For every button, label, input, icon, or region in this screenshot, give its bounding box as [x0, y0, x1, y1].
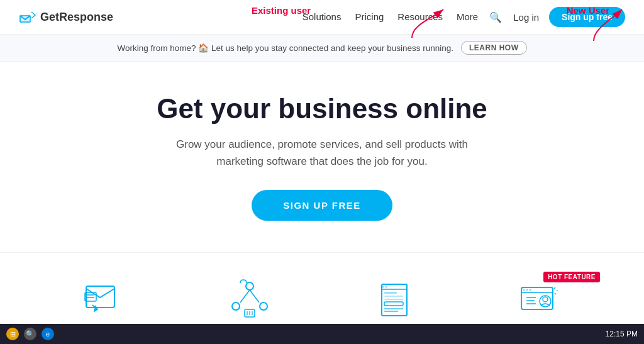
svg-point-30 [526, 289, 528, 291]
svg-point-29 [523, 289, 525, 291]
taskbar-time: 12:15 PM [606, 330, 638, 338]
svg-line-12 [240, 290, 250, 302]
email-icon-wrap [39, 272, 171, 328]
taskbar-icon-1[interactable]: ⊞ [6, 328, 19, 340]
logo[interactable]: GetResponse [19, 11, 113, 24]
banner-text: Working from home? 🏠 Let us help you sta… [117, 43, 453, 53]
marketing-automation-icon [225, 275, 275, 325]
svg-rect-20 [384, 302, 403, 306]
webinars-icon [514, 275, 564, 325]
svg-line-37 [555, 293, 556, 294]
navbar: GetResponse Solutions Pricing Resources … [0, 0, 644, 35]
svg-point-10 [232, 302, 240, 310]
svg-line-35 [554, 287, 555, 289]
svg-point-28 [543, 297, 548, 302]
svg-point-23 [382, 286, 384, 288]
brand-name: GetResponse [40, 11, 113, 24]
hero-cta-button[interactable]: SIGN UP FREE [252, 190, 392, 221]
login-link[interactable]: Log in [513, 12, 539, 23]
svg-point-31 [530, 289, 531, 291]
hot-feature-badge: HOT FEATURE [543, 272, 600, 282]
landing-icon-wrap [328, 272, 460, 328]
taskbar-icon-browser[interactable]: e [42, 328, 54, 340]
svg-point-9 [246, 282, 253, 290]
svg-point-11 [260, 302, 267, 310]
taskbar-app-icons: ⊞ 🔍 e [6, 328, 54, 340]
hero-heading: Get your business online [13, 93, 631, 125]
svg-rect-19 [384, 299, 403, 300]
hero-subtext: Grow your audience, promote services, an… [165, 136, 479, 170]
nav-solutions[interactable]: Solutions [303, 11, 341, 22]
taskbar-icon-2[interactable]: 🔍 [24, 328, 36, 340]
signup-button[interactable]: Sign up free [549, 7, 625, 27]
search-icon[interactable]: 🔍 [489, 11, 502, 23]
landing-pages-icon [369, 275, 419, 325]
automation-icon-wrap [184, 272, 316, 328]
logo-icon [19, 11, 36, 23]
hero-section: Get your business online Grow your audie… [0, 62, 644, 246]
svg-rect-18 [384, 296, 403, 297]
svg-line-13 [250, 290, 259, 302]
promo-banner: Working from home? 🏠 Let us help you sta… [0, 35, 644, 62]
taskbar: ⊞ 🔍 e 12:15 PM [0, 324, 644, 344]
nav-links: Solutions Pricing Resources More [303, 11, 478, 23]
nav-pricing[interactable]: Pricing [355, 11, 384, 22]
nav-more[interactable]: More [457, 11, 478, 22]
svg-point-24 [386, 286, 387, 288]
learn-how-button[interactable]: LEARN HOW [461, 41, 527, 55]
nav-resources[interactable]: Resources [397, 11, 443, 22]
email-marketing-icon [80, 275, 130, 325]
svg-rect-17 [384, 292, 397, 294]
